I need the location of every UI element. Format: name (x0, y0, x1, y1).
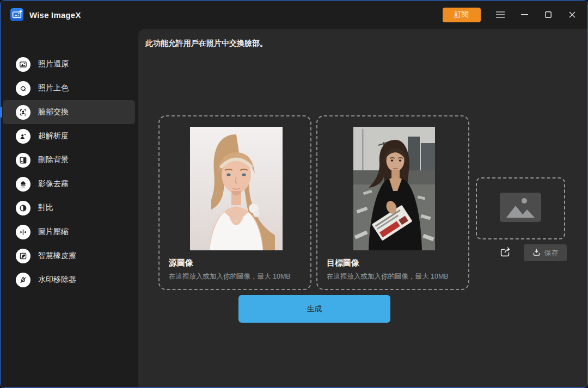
sidebar-item-label: 刪除背景 (38, 155, 69, 165)
target-image-dropzone[interactable]: 目標圖像 在這裡放入或加入你的圖像，最大 10MB (316, 115, 469, 290)
sidebar-item-image-compress[interactable]: 圖片壓縮 (3, 220, 135, 244)
compress-icon (16, 225, 30, 239)
close-icon[interactable] (560, 1, 584, 29)
sidebar-item-watermark-remover[interactable]: 水印移除器 (3, 268, 135, 292)
super-resolution-icon (16, 129, 30, 144)
image-placeholder-icon (500, 193, 541, 224)
sidebar-item-image-dehaze[interactable]: 影像去霧 (3, 172, 135, 196)
source-panel-title: 源圖像 (169, 258, 193, 268)
app-title: Wise ImageX (29, 10, 81, 20)
smart-eraser-icon (16, 249, 30, 263)
sidebar-item-label: 照片上色 (38, 83, 69, 93)
feature-description: 此功能允許用戶在照片中交換臉部。 (145, 39, 267, 48)
target-image-preview (353, 127, 435, 250)
selected-indicator (1, 107, 2, 118)
colorize-icon (16, 81, 30, 96)
titlebar-controls: 訂閱 (443, 1, 584, 29)
download-icon (532, 248, 541, 258)
contrast-icon (16, 201, 30, 215)
sidebar-item-photo-colorize[interactable]: 照片上色 (3, 76, 135, 100)
sidebar-item-smart-eraser[interactable]: 智慧橡皮擦 (3, 244, 135, 268)
sidebar-item-label: 超解析度 (38, 131, 69, 141)
sidebar-item-label: 水印移除器 (38, 275, 76, 285)
sidebar-item-compare[interactable]: 對比 (3, 196, 135, 220)
titlebar: Wise ImageX 訂閱 (1, 1, 587, 29)
subscribe-button[interactable]: 訂閱 (443, 8, 481, 22)
sidebar-item-remove-background[interactable]: 刪除背景 (3, 148, 135, 172)
sidebar-item-label: 臉部交換 (38, 107, 69, 117)
sidebar-item-label: 圖片壓縮 (38, 227, 69, 237)
target-panel-hint: 在這裡放入或加入你的圖像，最大 10MB (327, 272, 449, 281)
source-panel-hint: 在這裡放入或加入你的圖像，最大 10MB (169, 272, 291, 281)
sidebar-item-face-swap[interactable]: 臉部交換 (3, 100, 135, 124)
app-window: Wise ImageX 訂閱 照片還原 照片上色 (0, 0, 588, 388)
sidebar-item-label: 影像去霧 (38, 179, 69, 189)
sidebar-item-super-resolution[interactable]: 超解析度 (3, 124, 135, 148)
face-swap-icon (16, 105, 30, 120)
remove-background-icon (16, 153, 30, 168)
menu-icon[interactable] (488, 1, 512, 29)
app-logo-icon (10, 8, 23, 21)
sidebar-item-label: 智慧橡皮擦 (38, 251, 76, 261)
source-image-dropzone[interactable]: 源圖像 在這裡放入或加入你的圖像，最大 10MB (158, 115, 311, 290)
sidebar-item-photo-restore[interactable]: 照片還原 (3, 52, 135, 76)
dehaze-icon (16, 177, 30, 192)
sidebar-item-label: 對比 (38, 203, 53, 213)
save-button[interactable]: 保存 (524, 244, 567, 261)
result-dropzone (476, 177, 565, 239)
minimize-icon[interactable] (512, 1, 536, 29)
sidebar-nav: 照片還原 照片上色 臉部交換 超解析度 刪除背景 影像去霧 對比 (1, 29, 137, 387)
sidebar-item-label: 照片還原 (38, 59, 69, 69)
maximize-icon[interactable] (536, 1, 560, 29)
source-image-preview (190, 127, 283, 250)
main-content: 此功能允許用戶在照片中交換臉部。 (138, 29, 587, 387)
target-panel-title: 目標圖像 (327, 258, 359, 268)
photo-restore-icon (16, 57, 30, 72)
share-button[interactable] (497, 243, 514, 261)
save-button-label: 保存 (544, 248, 559, 258)
generate-button[interactable]: 生成 (238, 295, 390, 323)
watermark-remover-icon (16, 273, 30, 287)
